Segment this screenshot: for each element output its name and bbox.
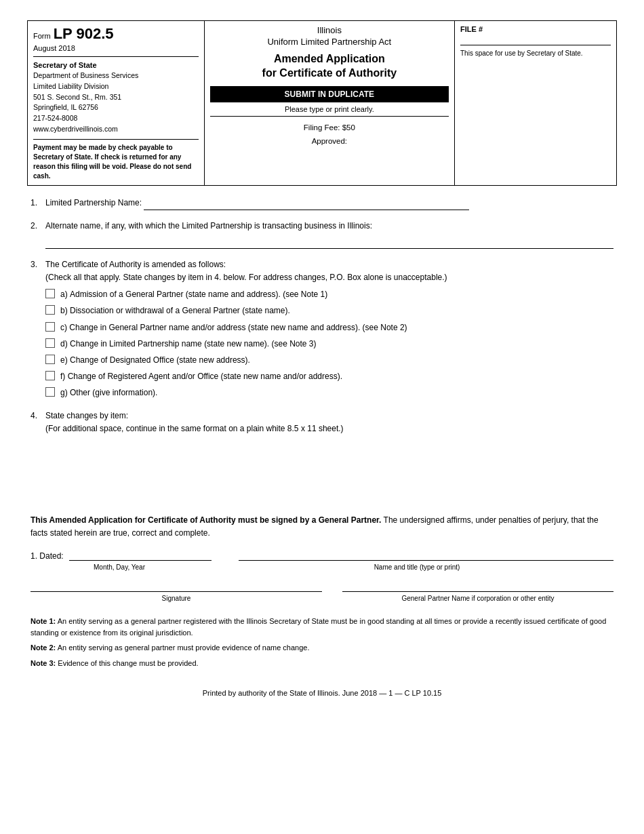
checkbox-b: b) Dissociation or withdrawal of a Gener… — [45, 304, 613, 317]
act-name: Uniform Limited Partnership Act — [210, 37, 449, 47]
checkbox-f-text: Change of Registered Agent and/or Office… — [68, 370, 342, 383]
checkbox-e: e) Change of Designated Office (state ne… — [45, 354, 613, 367]
left-header-cell: Form LP 902.5 August 2018 Secretary of S… — [28, 21, 205, 186]
note3-label: Note 3: — [31, 659, 56, 667]
signature-row — [31, 582, 613, 592]
division: Limited Liability Division — [33, 81, 199, 92]
phone: 217-524-8008 — [33, 113, 199, 124]
file-label: FILE # — [460, 25, 611, 33]
q3-title: The Certificate of Authority is amended … — [45, 260, 226, 269]
q3-sub: (Check all that apply. State changes by … — [45, 273, 447, 282]
title-line2: for Certificate of Authority — [262, 67, 397, 79]
checkbox-f-box[interactable] — [45, 371, 55, 380]
title-line1: Amended Application — [274, 53, 385, 64]
note2-text: An entity serving as general partner mus… — [58, 643, 310, 652]
signature-section: This Amended Application for Certificate… — [31, 514, 613, 602]
checkbox-a-box[interactable] — [45, 289, 55, 298]
form-label: Form — [33, 32, 51, 40]
notes-section: Note 1: An entity serving as a general p… — [31, 616, 613, 669]
checkbox-d-letter: d) — [60, 338, 70, 351]
q4-text: State changes by item: (For additional s… — [45, 410, 613, 435]
print-notice: Please type or print clearly. — [210, 105, 449, 113]
checkbox-c-letter: c) — [60, 321, 69, 334]
affirm-text: This Amended Application for Certificate… — [31, 514, 613, 540]
q4-row: 4. State changes by item: (For additiona… — [31, 410, 613, 435]
checkbox-b-letter: b) — [60, 304, 70, 317]
submit-box: SUBMIT IN DUPLICATE — [210, 86, 449, 102]
field-labels-row1: Month, Day, Year Name and title (type or… — [31, 563, 613, 571]
checkbox-d-box[interactable] — [45, 338, 55, 348]
note-3: Note 3: Evidence of this change must be … — [31, 658, 613, 669]
secretary-use-text: This space for use by Secretary of State… — [460, 49, 611, 57]
checkbox-b-text: Dissociation or withdrawal of a General … — [70, 304, 290, 317]
q1-row: 1. Limited Partnership Name: — [31, 197, 613, 210]
q4-blank-space — [31, 439, 613, 500]
affirm-bold: This Amended Application for Certificate… — [31, 515, 381, 525]
checkbox-d: d) Change in Limited Partnership name (s… — [45, 338, 613, 351]
state-name: Illinois — [210, 25, 449, 35]
checkbox-g-letter: g) — [60, 386, 70, 399]
q3-row: 3. The Certificate of Authority is amend… — [31, 258, 613, 284]
note-2: Note 2: An entity serving as general par… — [31, 642, 613, 654]
q3-text: The Certificate of Authority is amended … — [45, 258, 613, 284]
field4-label: General Partner Name if corporation or o… — [342, 595, 613, 602]
checkbox-f: f) Change of Registered Agent and/or Off… — [45, 370, 613, 383]
field1-label: Month, Day, Year — [45, 563, 193, 571]
checkbox-a-text: Admission of a General Partner (state na… — [70, 288, 327, 301]
checkbox-g-box[interactable] — [45, 387, 55, 397]
checkbox-e-box[interactable] — [45, 355, 55, 364]
q2-row: 2. Alternate name, if any, with which th… — [31, 220, 613, 233]
checkbox-c-box[interactable] — [45, 322, 55, 332]
question-1: 1. Limited Partnership Name: — [31, 197, 613, 210]
dept: Department of Business Services — [33, 71, 199, 81]
checkbox-f-letter: f) — [60, 370, 68, 383]
right-header-cell: FILE # This space for use by Secretary o… — [455, 21, 617, 186]
q4-number: 4. — [31, 410, 45, 422]
form-body: 1. Limited Partnership Name: 2. Alternat… — [27, 197, 617, 698]
checkbox-a-letter: a) — [60, 288, 70, 301]
q2-number: 2. — [31, 220, 45, 233]
question-2: 2. Alternate name, if any, with which th… — [31, 220, 613, 249]
dated-label: 1. Dated: — [31, 551, 64, 561]
checkbox-g: g) Other (give information). — [45, 386, 613, 399]
q4-sub: (For additional space, continue in the s… — [45, 424, 344, 433]
footer: Printed by authority of the State of Ill… — [31, 689, 613, 697]
note3-text: Evidence of this change must be provided… — [58, 659, 198, 667]
form-number-row: Form LP 902.5 — [33, 25, 199, 43]
q3-number: 3. — [31, 258, 45, 271]
checkbox-c: c) Change in General Partner name and/or… — [45, 321, 613, 334]
checkbox-g-text: Other (give information). — [70, 386, 157, 399]
note2-label: Note 2: — [31, 643, 56, 652]
q4-title: State changes by item: — [45, 411, 128, 420]
form-number: LP 902.5 — [54, 25, 114, 43]
payment-notice: Payment may be made by check payable to … — [33, 139, 199, 181]
main-title: Amended Application for Certificate of A… — [210, 52, 449, 81]
question-4: 4. State changes by item: (For additiona… — [31, 410, 613, 500]
fee-row: Filing Fee: $50 Approved: — [210, 121, 449, 148]
note1-text: An entity serving as a general partner r… — [31, 617, 606, 637]
filing-fee-value: $50 — [342, 123, 355, 132]
form-date: August 2018 — [33, 44, 199, 52]
q1-label-text: Limited Partnership Name: — [45, 198, 142, 207]
address: 501 S. Second St., Rm. 351 — [33, 92, 199, 103]
field2-label: Name and title (type or print) — [220, 563, 613, 571]
q1-number: 1. — [31, 197, 45, 210]
checkbox-list: a) Admission of a General Partner (state… — [45, 288, 613, 399]
filing-fee-label: Filing Fee: — [304, 123, 340, 132]
q2-text: Alternate name, if any, with which the L… — [45, 220, 613, 233]
note-1: Note 1: An entity serving as a general p… — [31, 616, 613, 638]
dated-row: 1. Dated: — [31, 551, 613, 561]
q2-answer-line — [45, 237, 613, 249]
website: www.cyberdriveillinois.com — [33, 124, 199, 135]
checkbox-b-box[interactable] — [45, 305, 55, 315]
field-labels-row2: Signature General Partner Name if corpor… — [31, 595, 613, 602]
secretary-title: Secretary of State — [33, 61, 199, 69]
checkbox-e-letter: e) — [60, 354, 70, 367]
checkbox-a: a) Admission of a General Partner (state… — [45, 288, 613, 301]
center-header-cell: Illinois Uniform Limited Partnership Act… — [204, 21, 454, 186]
note1-label: Note 1: — [31, 617, 56, 625]
checkbox-c-text: Change in General Partner name and/or ad… — [69, 321, 407, 334]
secretary-info: Department of Business Services Limited … — [33, 71, 199, 135]
city-state: Springfield, IL 62756 — [33, 102, 199, 113]
approved-label: Approved: — [312, 137, 347, 145]
